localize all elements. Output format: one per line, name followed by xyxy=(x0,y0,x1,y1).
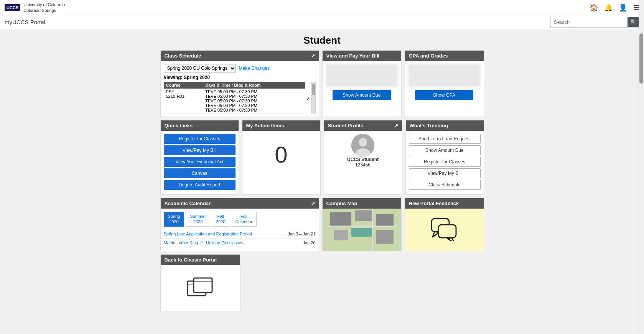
blurred-bill xyxy=(326,64,398,87)
class-schedule-card: Class Schedule ⤢ Spring 2020 CU Colo Spr… xyxy=(160,50,319,117)
course-times: TEVE 05:00 PM - 07:30 PM TEVE 05:00 PM -… xyxy=(203,89,305,114)
tab-full-calendar[interactable]: FullCalendar xyxy=(231,212,257,227)
trending-class-schedule[interactable]: Class Schedule xyxy=(409,180,481,190)
class-schedule-title: Class Schedule xyxy=(165,53,201,59)
profile-expand-icon[interactable]: ⤢ xyxy=(394,123,398,128)
page-title: Student xyxy=(0,29,644,50)
calendar-tabs: Spring2020 Summer2020 Fall2020 FullCalen… xyxy=(164,212,316,227)
second-bar: myUCCS Portal 🔍 xyxy=(0,15,644,29)
tab-fall-2020[interactable]: Fall2020 xyxy=(212,212,229,227)
nav-icons: 🏠 🔔 👤 ☰ xyxy=(590,3,639,12)
tab-summer-2020[interactable]: Summer2020 xyxy=(186,212,210,227)
back-to-classic-card: Back to Classic Portal xyxy=(160,254,240,311)
show-gpa-button[interactable]: Show GPA xyxy=(415,90,473,100)
feedback-body[interactable] xyxy=(405,209,484,251)
schedule-select-row: Spring 2020 CU Colo Springs Make Changes xyxy=(164,64,316,72)
quick-links-header: Quick Links xyxy=(161,120,239,131)
search-input[interactable] xyxy=(551,17,628,27)
show-amount-due-button[interactable]: Show Amount Due xyxy=(333,90,390,100)
whats-trending-card: What's Trending Short Term Loan Request … xyxy=(405,120,484,195)
schedule-table: Course Days & Time / Bldg & Room PSY 521… xyxy=(164,82,305,114)
svg-rect-8 xyxy=(351,228,372,237)
home-icon[interactable]: 🏠 xyxy=(590,3,598,12)
profile-name: UCCS Student xyxy=(347,157,379,162)
view-bill-card: View and Pay Your Bill Show Amount Due xyxy=(322,50,402,117)
event-name-2[interactable]: Martin Luther King, Jr. Holiday (No clas… xyxy=(164,240,303,245)
back-to-classic-header: Back to Classic Portal xyxy=(161,255,240,265)
gpa-title: GPA and Grades xyxy=(409,53,448,59)
action-items-header: My Action Items xyxy=(242,120,320,131)
row-4: Back to Classic Portal xyxy=(160,254,484,311)
canvas-button[interactable]: Canvas xyxy=(164,168,236,178)
academic-calendar-body: Spring2020 Summer2020 Fall2020 FullCalen… xyxy=(161,209,319,250)
register-classes-button[interactable]: Register for Classes xyxy=(164,134,236,144)
logo-area: UCCS University of ColoradoColorado Spri… xyxy=(5,2,65,13)
action-items-body: 0 xyxy=(242,131,320,179)
svg-rect-18 xyxy=(194,278,212,293)
make-changes-link[interactable]: Make Changes xyxy=(239,66,270,71)
whats-trending-body: Short Term Loan Request Show Amount Due … xyxy=(406,131,484,194)
search-area: 🔍 xyxy=(550,17,639,28)
browser-windows-svg xyxy=(187,276,214,299)
view-bill-title: View and Pay Your Bill xyxy=(326,53,380,59)
gpa-grades-card: GPA and Grades Show GPA xyxy=(405,50,484,117)
col-course: Course xyxy=(164,82,203,89)
svg-rect-5 xyxy=(355,211,372,221)
class-schedule-body: Spring 2020 CU Colo Springs Make Changes… xyxy=(161,61,319,117)
blurred-gpa xyxy=(408,64,481,87)
search-button[interactable]: 🔍 xyxy=(628,17,639,27)
academic-calendar-card: Academic Calendar ⤢ Spring2020 Summer202… xyxy=(160,198,319,251)
uccs-logo: UCCS xyxy=(5,4,20,11)
viewing-label: Viewing: Spring 2020 xyxy=(164,75,316,80)
degree-audit-button[interactable]: Degree Audit Report xyxy=(164,180,236,190)
event-date-1: Jan 3 – Jan 21 xyxy=(288,232,315,236)
main-content: Class Schedule ⤢ Spring 2020 CU Colo Spr… xyxy=(157,50,487,322)
svg-rect-9 xyxy=(376,230,394,244)
quick-links-card: Quick Links Register for Classes View/Pa… xyxy=(160,120,239,195)
user-icon[interactable]: 👤 xyxy=(619,3,627,12)
empty-space xyxy=(244,254,484,311)
row-3: Academic Calendar ⤢ Spring2020 Summer202… xyxy=(160,198,484,251)
trending-register-classes[interactable]: Register for Classes xyxy=(409,157,481,167)
row-1: Class Schedule ⤢ Spring 2020 CU Colo Spr… xyxy=(160,50,484,117)
portal-title: myUCCS Portal xyxy=(5,19,45,25)
chat-icon xyxy=(431,218,458,242)
feedback-header: New Portal Feedback xyxy=(405,198,484,209)
top-navigation: UCCS University of ColoradoColorado Spri… xyxy=(0,0,644,15)
scroll-bar[interactable] xyxy=(311,82,316,114)
tab-spring-2020[interactable]: Spring2020 xyxy=(164,212,184,227)
whats-trending-header: What's Trending xyxy=(406,120,484,131)
classic-body[interactable] xyxy=(161,265,240,311)
academic-calendar-header: Academic Calendar ⤢ xyxy=(161,198,319,209)
campus-map-header: Campus Map xyxy=(323,198,401,209)
expand-icon[interactable]: ⤢ xyxy=(311,53,315,59)
svg-rect-14 xyxy=(438,225,456,238)
next-arrow[interactable]: › xyxy=(307,82,310,114)
action-items-title: My Action Items xyxy=(246,123,284,128)
campus-map-card: Campus Map xyxy=(322,198,402,251)
academic-calendar-title: Academic Calendar xyxy=(165,201,211,206)
view-pay-bill-button[interactable]: View/Pay My Bill xyxy=(164,145,236,155)
university-name: University of ColoradoColorado Springs xyxy=(23,2,65,13)
course-code: PSY 5210-H01 xyxy=(164,89,203,114)
trending-view-pay-bill[interactable]: View/Pay My Bill xyxy=(409,168,481,178)
campus-map-image[interactable] xyxy=(323,209,401,251)
svg-rect-6 xyxy=(376,214,394,226)
quick-links-title: Quick Links xyxy=(165,123,193,128)
svg-rect-7 xyxy=(334,230,348,240)
student-profile-title: Student Profile xyxy=(328,123,363,128)
event-name-1[interactable]: Spring Late Application and Registration… xyxy=(164,232,288,236)
calendar-event-2: Martin Luther King, Jr. Holiday (No clas… xyxy=(164,239,316,247)
schedule-scroll: Course Days & Time / Bldg & Room PSY 521… xyxy=(164,82,305,114)
trending-show-amount-due[interactable]: Show Amount Due xyxy=(409,145,481,155)
bell-icon[interactable]: 🔔 xyxy=(604,3,613,12)
trending-short-term-loan[interactable]: Short Term Loan Request xyxy=(409,134,481,144)
semester-select[interactable]: Spring 2020 CU Colo Springs xyxy=(164,64,236,72)
avatar xyxy=(351,134,374,157)
financial-aid-button[interactable]: View Your Financial Aid xyxy=(164,157,236,167)
calendar-expand-icon[interactable]: ⤢ xyxy=(311,201,315,206)
quick-links-body: Register for Classes View/Pay My Bill Vi… xyxy=(161,131,239,194)
profile-id: 123456 xyxy=(355,162,371,168)
scroll-track xyxy=(639,33,643,84)
page-scrollbar[interactable] xyxy=(639,0,644,322)
